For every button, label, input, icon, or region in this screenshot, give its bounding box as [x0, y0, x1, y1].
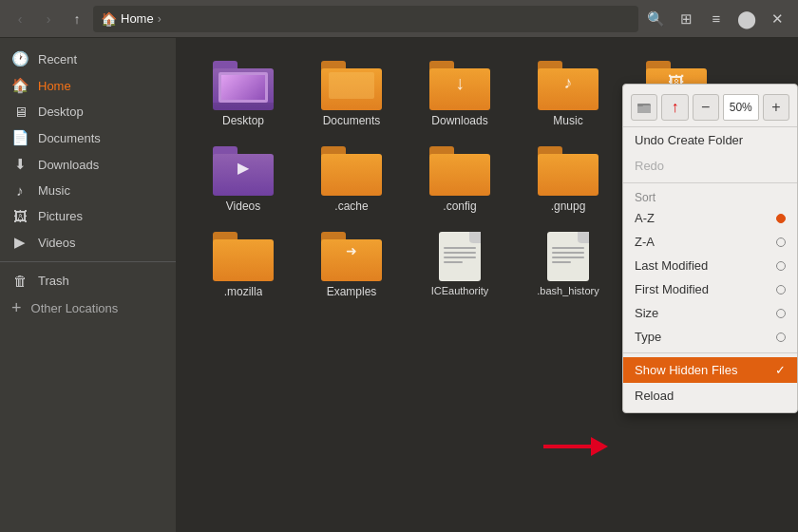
- folder-icon-downloads: ↓: [429, 61, 490, 110]
- sidebar-item-other-locations[interactable]: + Other Locations: [0, 294, 176, 323]
- folder-icon-examples: ➜: [321, 232, 382, 281]
- sidebar-item-pictures[interactable]: 🖼 Pictures: [0, 203, 176, 229]
- file-item-examples[interactable]: ➜ Examples: [299, 224, 404, 306]
- file-label: .config: [443, 200, 476, 213]
- sidebar-item-music[interactable]: ♪ Music: [0, 178, 176, 203]
- sidebar-item-desktop[interactable]: 🖥 Desktop: [0, 99, 176, 124]
- user-button[interactable]: ⬤: [733, 6, 760, 32]
- sort-last-modified-label: Last Modified: [635, 258, 708, 273]
- sidebar-item-downloads[interactable]: ⬇ Downloads: [0, 151, 176, 178]
- folder-icon-music: ♪: [538, 61, 598, 110]
- file-item-downloads[interactable]: ↓ Downloads: [408, 53, 512, 135]
- downloads-icon: ⬇: [11, 156, 28, 173]
- folder-icon-config: [429, 146, 490, 196]
- file-label: .bash_history: [537, 285, 598, 296]
- toolbar: ‹ › ↑ 🏠 Home › 🔍 ⊞ ≡ ⬤ ✕: [0, 0, 798, 38]
- file-label: Videos: [226, 200, 260, 213]
- sort-type[interactable]: Type: [623, 325, 797, 349]
- sort-last-modified-radio: [776, 261, 786, 271]
- sidebar-label-music: Music: [38, 183, 70, 198]
- videos-icon: ▶: [11, 234, 28, 251]
- home-icon: 🏠: [101, 11, 117, 27]
- sort-za-radio: [776, 238, 786, 247]
- sort-first-modified-label: First Modified: [635, 282, 709, 296]
- show-hidden-files-item[interactable]: Show Hidden Files ✓: [623, 357, 797, 383]
- folder-icon-documents: [321, 61, 382, 110]
- show-hidden-label: Show Hidden Files: [635, 363, 737, 377]
- folder-icon-gnupg: [538, 146, 598, 196]
- menu-button[interactable]: ≡: [703, 6, 730, 32]
- sidebar-item-documents[interactable]: 📄 Documents: [0, 124, 176, 151]
- arrow-body: [543, 445, 591, 448]
- zoom-out-button[interactable]: −: [693, 94, 719, 121]
- popup-menu: ↑ − 50% + Undo Create Folder Redo Sort A…: [622, 84, 798, 413]
- music-icon: ♪: [11, 182, 28, 199]
- breadcrumb-label: Home: [121, 11, 154, 26]
- folder-icon-cache: [321, 146, 382, 196]
- desktop-icon: 🖥: [11, 104, 28, 120]
- zoom-in-button[interactable]: +: [763, 94, 789, 121]
- sort-size-label: Size: [635, 306, 658, 320]
- reload-item[interactable]: Reload: [623, 383, 797, 408]
- file-item-iceauthority[interactable]: ICEauthority: [408, 224, 512, 306]
- sort-first-modified[interactable]: First Modified: [623, 277, 797, 301]
- sort-za[interactable]: Z-A: [623, 230, 797, 254]
- sort-last-modified[interactable]: Last Modified: [623, 254, 797, 277]
- file-item-music[interactable]: ♪ Music: [516, 53, 620, 135]
- sidebar-label-recent: Recent: [38, 52, 77, 66]
- upload-button[interactable]: ↑: [661, 94, 688, 121]
- close-button[interactable]: ✕: [764, 6, 790, 32]
- back-button[interactable]: ‹: [8, 7, 32, 31]
- folder-icon-desktop: [213, 61, 274, 110]
- sidebar-item-trash[interactable]: 🗑 Trash: [0, 268, 176, 294]
- sidebar-label-videos: Videos: [38, 236, 76, 250]
- file-item-cache[interactable]: .cache: [299, 139, 404, 220]
- sidebar-label-home: Home: [38, 79, 71, 93]
- undo-create-folder[interactable]: Undo Create Folder: [623, 127, 797, 153]
- file-label: Downloads: [431, 114, 487, 127]
- file-item-documents[interactable]: Documents: [299, 53, 404, 135]
- trash-icon: 🗑: [11, 273, 28, 289]
- main-layout: 🕐 Recent 🏠 Home 🖥 Desktop 📄 Documents ⬇ …: [0, 38, 798, 532]
- file-item-config[interactable]: .config: [408, 139, 512, 220]
- content-area: Desktop Documents ↓: [176, 38, 798, 532]
- sidebar-label-documents: Documents: [38, 131, 101, 145]
- arrow-annotation: [543, 437, 608, 456]
- reload-label: Reload: [635, 389, 674, 403]
- new-folder-button[interactable]: [631, 94, 657, 121]
- file-label: Desktop: [222, 114, 264, 127]
- sort-az-radio: [776, 214, 786, 223]
- search-button[interactable]: 🔍: [642, 6, 669, 32]
- file-label: .gnupg: [551, 200, 586, 213]
- sidebar-item-home[interactable]: 🏠 Home: [0, 72, 176, 99]
- sidebar-label-pictures: Pictures: [38, 209, 83, 223]
- file-item-videos[interactable]: ▶ Videos: [191, 139, 295, 220]
- file-item-desktop[interactable]: Desktop: [191, 53, 295, 135]
- sort-type-label: Type: [635, 330, 661, 344]
- add-icon: +: [11, 298, 22, 318]
- show-hidden-checkmark: ✓: [775, 363, 786, 377]
- sidebar-label-downloads: Downloads: [38, 158, 99, 172]
- file-item-mozilla[interactable]: .mozilla: [191, 224, 295, 306]
- file-label: Music: [553, 114, 582, 127]
- view-button[interactable]: ⊞: [673, 6, 699, 32]
- up-button[interactable]: ↑: [65, 7, 89, 31]
- sidebar-item-recent[interactable]: 🕐 Recent: [0, 46, 176, 72]
- file-item-gnupg[interactable]: .gnupg: [516, 139, 620, 220]
- zoom-input[interactable]: 50%: [723, 94, 759, 121]
- sort-az[interactable]: A-Z: [623, 206, 797, 230]
- sort-type-radio: [776, 332, 786, 342]
- redo-item: Redo: [623, 153, 797, 179]
- sidebar: 🕐 Recent 🏠 Home 🖥 Desktop 📄 Documents ⬇ …: [0, 38, 176, 532]
- separator-2: [623, 352, 797, 353]
- forward-button[interactable]: ›: [36, 7, 61, 31]
- file-item-bash-history[interactable]: .bash_history: [516, 224, 620, 306]
- file-label: ICEauthority: [431, 285, 489, 296]
- sort-size[interactable]: Size: [623, 301, 797, 325]
- sidebar-item-videos[interactable]: ▶ Videos: [0, 229, 176, 256]
- recent-icon: 🕐: [11, 50, 28, 67]
- undo-label: Undo Create Folder: [635, 133, 743, 147]
- breadcrumb-arrow: ›: [158, 12, 162, 26]
- file-label: Examples: [327, 285, 377, 298]
- documents-icon: 📄: [11, 129, 28, 146]
